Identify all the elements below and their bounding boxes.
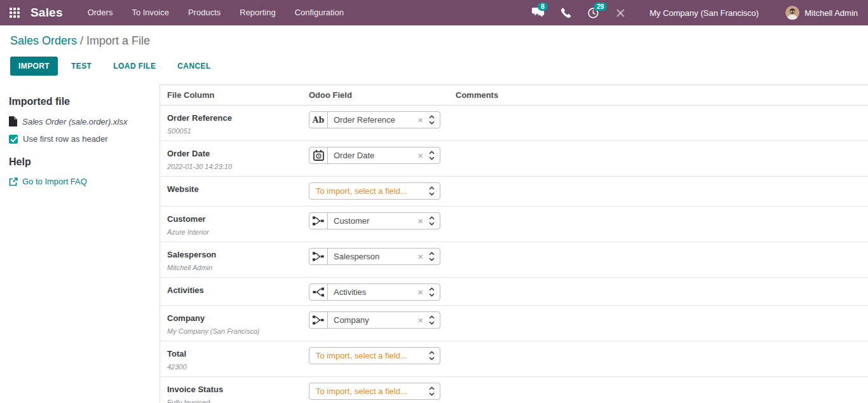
table-row: Order Reference S00051 Ab Order Referenc… [160, 106, 868, 141]
file-column-sample: Azure Interior [167, 228, 309, 236]
header-file-column: File Column [160, 90, 309, 100]
cancel-button[interactable]: CANCEL [169, 57, 219, 76]
field-select-company[interactable]: Company × [309, 311, 440, 329]
field-stepper[interactable] [427, 315, 440, 326]
field-stepper[interactable] [427, 386, 440, 397]
menu-item-orders[interactable]: Orders [78, 0, 123, 25]
support-tools-button[interactable] [607, 0, 634, 25]
clear-field-icon[interactable]: × [414, 151, 427, 160]
many2one-field-icon [309, 312, 328, 328]
many2one-field-icon [309, 249, 328, 264]
field-select-invoice-status[interactable]: To import, select a field... [309, 383, 440, 400]
header-odoo-field: Odoo Field [309, 90, 456, 100]
external-link-icon [9, 177, 18, 186]
comments-cell [456, 106, 868, 140]
field-stepper[interactable] [427, 114, 440, 126]
app-name[interactable]: Sales [31, 6, 63, 20]
header-comments: Comments [456, 90, 868, 100]
field-stepper[interactable] [427, 186, 440, 197]
messages-button[interactable]: 8 [524, 0, 553, 25]
table-row: Total 42300 To import, select a field... [160, 341, 868, 377]
main-content: Imported file Sales Order (sale.order).x… [0, 85, 868, 403]
field-stepper[interactable] [427, 350, 440, 362]
comments-cell [456, 242, 868, 277]
test-button[interactable]: TEST [63, 57, 100, 76]
table-row: Website To import, select a field... [160, 177, 868, 207]
imported-file-name: Sales Order (sale.order).xlsx [22, 117, 127, 126]
many2one-field-icon [309, 213, 328, 229]
import-faq-label: Go to Import FAQ [22, 177, 87, 186]
field-select-total[interactable]: To import, select a field... [309, 347, 440, 364]
field-select-value: Order Reference [328, 115, 414, 125]
action-buttons: IMPORT TEST LOAD FILE CANCEL [0, 49, 868, 85]
clear-field-icon[interactable]: × [414, 315, 427, 325]
file-column-label: Customer [167, 214, 309, 224]
activities-button[interactable]: 29 [580, 0, 607, 25]
field-select-activities[interactable]: Activities × [309, 283, 440, 301]
field-select-order-date[interactable]: Order Date × [309, 147, 440, 164]
one2many-field-icon [309, 284, 328, 300]
apps-menu-button[interactable] [0, 8, 29, 18]
field-select-salesperson[interactable]: Salesperson × [309, 248, 440, 265]
imported-file-row: Sales Order (sale.order).xlsx [9, 116, 151, 126]
import-sidebar: Imported file Sales Order (sale.order).x… [0, 85, 159, 403]
clear-field-icon[interactable]: × [414, 115, 427, 125]
help-title: Help [9, 156, 151, 168]
field-stepper[interactable] [427, 150, 440, 161]
activities-badge: 29 [593, 3, 607, 11]
imported-file-title: Imported file [9, 96, 151, 107]
file-column-label: Website [167, 184, 309, 194]
field-stepper[interactable] [427, 287, 440, 298]
file-column-sample: Mitchell Admin [167, 264, 309, 271]
field-select-placeholder: To import, select a field... [309, 386, 427, 396]
field-select-value: Company [328, 315, 414, 325]
comments-cell [456, 377, 868, 403]
messages-badge: 8 [538, 3, 548, 11]
field-select-value: Customer [328, 216, 414, 226]
clear-field-icon[interactable]: × [414, 216, 427, 226]
field-select-value: Order Date [328, 151, 414, 160]
clear-field-icon[interactable]: × [414, 252, 427, 261]
menu-item-to-invoice[interactable]: To Invoice [122, 0, 179, 25]
comments-cell [456, 341, 868, 376]
top-nav-bar: Sales Orders To Invoice Products Reporti… [0, 0, 868, 25]
field-select-order-reference[interactable]: Ab Order Reference × [309, 111, 440, 128]
first-row-header-checkbox[interactable] [9, 135, 18, 144]
field-select-placeholder: To import, select a field... [309, 351, 427, 360]
first-row-header-option[interactable]: Use first row as header [9, 134, 151, 144]
field-select-customer[interactable]: Customer × [309, 212, 440, 229]
table-row: Invoice Status Fully Invoiced To import,… [160, 377, 868, 403]
field-stepper[interactable] [427, 215, 440, 227]
tools-icon [615, 8, 626, 18]
field-stepper[interactable] [427, 251, 440, 263]
user-menu[interactable]: Mitchell Admin [785, 6, 858, 20]
file-column-sample: 2022-01-30 14:23:10 [167, 163, 309, 170]
comments-cell [456, 306, 868, 341]
import-button[interactable]: IMPORT [10, 57, 58, 76]
file-column-label: Total [167, 349, 309, 359]
char-field-icon: Ab [309, 112, 328, 128]
clear-field-icon[interactable]: × [414, 287, 427, 297]
table-row: Activities Activities × [160, 278, 868, 306]
file-column-label: Activities [167, 285, 309, 295]
voip-button[interactable] [553, 0, 580, 25]
breadcrumb-current: / Import a File [80, 34, 150, 47]
field-select-value: Activities [328, 287, 414, 297]
table-row: Salesperson Mitchell Admin [160, 242, 868, 278]
page: Sales Orders To Invoice Products Reporti… [0, 0, 868, 403]
menu-item-configuration[interactable]: Configuration [285, 0, 353, 25]
load-file-button[interactable]: LOAD FILE [105, 57, 164, 76]
menu-item-products[interactable]: Products [179, 0, 230, 25]
menu-item-reporting[interactable]: Reporting [230, 0, 285, 25]
comments-cell [456, 278, 868, 305]
table-row: Company My Company (San Francisco) [160, 306, 868, 341]
company-selector[interactable]: My Company (San Francisco) [649, 8, 759, 18]
field-select-placeholder: To import, select a field... [309, 186, 427, 196]
breadcrumb-sales-orders-link[interactable]: Sales Orders [10, 34, 77, 47]
user-name: Mitchell Admin [804, 8, 858, 18]
file-column-label: Order Reference [167, 113, 309, 123]
comments-cell [456, 141, 868, 176]
field-select-website[interactable]: To import, select a field... [309, 182, 440, 200]
import-faq-link[interactable]: Go to Import FAQ [9, 177, 151, 186]
breadcrumb: Sales Orders / Import a File [0, 25, 868, 49]
